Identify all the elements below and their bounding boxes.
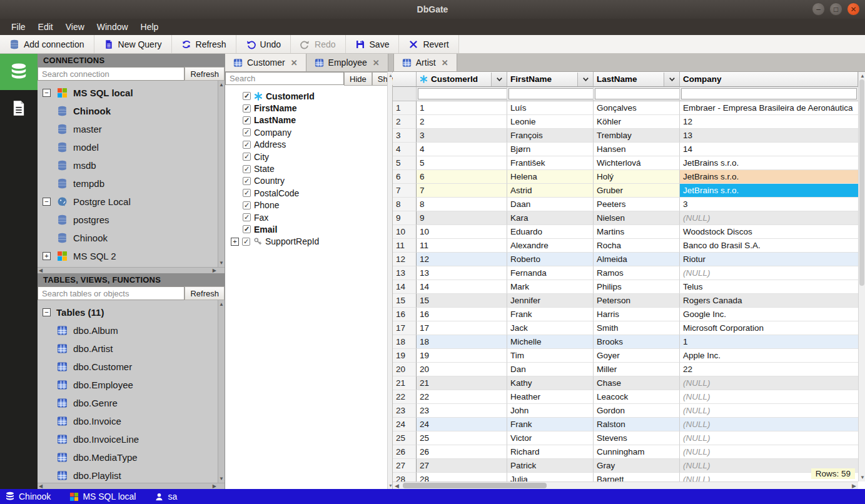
row-number-cell[interactable]: 8 (393, 198, 417, 211)
row-number-cell[interactable]: 22 (393, 390, 417, 404)
data-cell[interactable]: 14 (417, 280, 507, 294)
column-item-country[interactable]: ✓Country (228, 175, 392, 187)
menu-item-edit[interactable]: Edit (32, 20, 59, 34)
table-dbo-artist[interactable]: dbo.Artist (43, 340, 225, 358)
expander-plus-icon[interactable]: + (43, 252, 51, 260)
column-checkbox[interactable]: ✓ (243, 165, 251, 173)
expander-plus-icon[interactable]: + (231, 238, 239, 246)
tables-search-input[interactable] (38, 286, 185, 300)
scroll-down-icon[interactable]: ▼ (219, 476, 224, 481)
table-dbo-invoice[interactable]: dbo.Invoice (43, 412, 225, 430)
expander-minus-icon[interactable]: − (43, 198, 51, 206)
save-button[interactable]: Save (346, 35, 400, 53)
data-cell[interactable]: Chase (594, 376, 680, 390)
data-cell[interactable]: Gonçalves (594, 101, 680, 115)
row-number-cell[interactable]: 24 (393, 418, 417, 431)
connection-master[interactable]: master (43, 120, 225, 138)
connections-search-input[interactable] (38, 67, 185, 81)
table-tables-11-[interactable]: −Tables (11) (43, 303, 225, 321)
connection-chinook[interactable]: Chinook (43, 229, 225, 247)
data-cell[interactable]: 17 (417, 321, 507, 335)
scroll-down-icon[interactable]: ▼ (388, 483, 393, 488)
row-number-cell[interactable]: 6 (393, 170, 417, 184)
column-item-firstname[interactable]: ✓FirstName (228, 102, 392, 114)
undo-button[interactable]: Undo (236, 35, 291, 53)
data-cell[interactable]: Tim (507, 349, 594, 363)
data-cell-company[interactable]: (NULL) (680, 376, 858, 390)
row-number-cell[interactable]: 18 (393, 335, 417, 349)
data-cell[interactable]: Kara (507, 211, 594, 225)
data-cell[interactable]: Victor (507, 431, 594, 445)
row-number-cell[interactable]: 4 (393, 143, 417, 156)
row-number-cell[interactable]: 3 (393, 129, 417, 143)
column-header-firstname[interactable]: FirstName (507, 72, 594, 87)
data-cell-company[interactable]: Telus (680, 280, 858, 294)
data-cell[interactable]: Dan (507, 363, 594, 376)
add-connection-button[interactable]: Add connection (0, 35, 94, 53)
column-item-supportrepid[interactable]: +✓SupportRepId (228, 236, 392, 248)
column-item-fax[interactable]: ✓Fax (228, 211, 392, 223)
data-cell-company[interactable]: Google Inc. (680, 308, 858, 321)
row-number-cell[interactable]: 23 (393, 404, 417, 418)
filter-input-lastname[interactable] (595, 88, 680, 99)
data-cell[interactable]: 18 (417, 335, 507, 349)
row-number-cell[interactable]: 2 (393, 115, 417, 129)
data-cell[interactable]: František (507, 156, 594, 170)
rail-item-database[interactable] (0, 54, 38, 90)
data-cell-company[interactable]: 3 (680, 198, 858, 211)
data-cell-company[interactable]: Woodstock Discos (680, 225, 858, 239)
data-cell[interactable]: Helena (507, 170, 594, 184)
data-cell[interactable]: Kathy (507, 376, 594, 390)
tab-artist[interactable]: Artist✕ (393, 54, 457, 71)
row-number-cell[interactable]: 17 (393, 321, 417, 335)
data-cell[interactable]: Wichterlová (594, 156, 680, 170)
data-cell-company[interactable]: (NULL) (680, 431, 858, 445)
connection-postgres[interactable]: postgres (43, 211, 225, 229)
data-cell[interactable]: Goyer (594, 349, 680, 363)
data-cell[interactable]: 3 (417, 129, 507, 143)
rail-item-file[interactable] (0, 90, 38, 126)
data-cell-company[interactable]: Rogers Canada (680, 294, 858, 308)
data-cell[interactable]: Peterson (594, 294, 680, 308)
data-cell[interactable]: Heather (507, 390, 594, 404)
row-number-cell[interactable]: 12 (393, 253, 417, 266)
data-cell[interactable]: Miller (594, 363, 680, 376)
column-item-city[interactable]: ✓City (228, 151, 392, 163)
column-item-state[interactable]: ✓State (228, 163, 392, 174)
row-number-cell[interactable]: 5 (393, 156, 417, 170)
row-number-cell[interactable]: 10 (393, 225, 417, 239)
menu-item-view[interactable]: View (59, 20, 91, 34)
table-dbo-album[interactable]: dbo.Album (43, 321, 225, 340)
data-cell[interactable]: 4 (417, 143, 507, 156)
data-cell[interactable]: Luís (507, 101, 594, 115)
statusbar-item-chinook[interactable]: Chinook (5, 491, 51, 501)
column-header-customerid[interactable]: CustomerId (417, 72, 507, 87)
column-item-postalcode[interactable]: ✓PostalCode (228, 187, 392, 199)
tables-vertical-scrollbar[interactable]: ▲▼ (218, 300, 225, 483)
scroll-left-icon[interactable]: ◀ (395, 483, 399, 489)
tables-refresh-button[interactable]: Refresh (185, 286, 225, 300)
data-cell[interactable]: Smith (594, 321, 680, 335)
filter-input-customerid[interactable] (418, 88, 507, 99)
data-cell[interactable]: 22 (417, 390, 507, 404)
data-cell[interactable]: 1 (417, 101, 507, 115)
data-cell-company[interactable]: 13 (680, 129, 858, 143)
data-cell[interactable]: Mark (507, 280, 594, 294)
data-cell[interactable]: 7 (417, 184, 507, 198)
maximize-button[interactable]: □ (829, 3, 842, 16)
new-query-button[interactable]: New Query (94, 35, 172, 53)
column-item-address[interactable]: ✓Address (228, 139, 392, 151)
tab-close-icon[interactable]: ✕ (373, 58, 380, 68)
row-number-cell[interactable]: 21 (393, 376, 417, 390)
table-dbo-genre[interactable]: dbo.Genre (43, 394, 225, 412)
tables-horizontal-scrollbar[interactable]: ◀▶ (38, 483, 225, 489)
row-number-cell[interactable]: 19 (393, 349, 417, 363)
column-checkbox[interactable]: ✓ (243, 225, 251, 233)
data-cell[interactable]: Peeters (594, 198, 680, 211)
data-cell[interactable]: Hansen (594, 143, 680, 156)
data-cell[interactable]: 10 (417, 225, 507, 239)
table-dbo-invoiceline[interactable]: dbo.InvoiceLine (43, 430, 225, 448)
data-cell[interactable]: Richard (507, 445, 594, 459)
statusbar-item-sa[interactable]: sa (154, 491, 177, 501)
data-cell[interactable]: 6 (417, 170, 507, 184)
